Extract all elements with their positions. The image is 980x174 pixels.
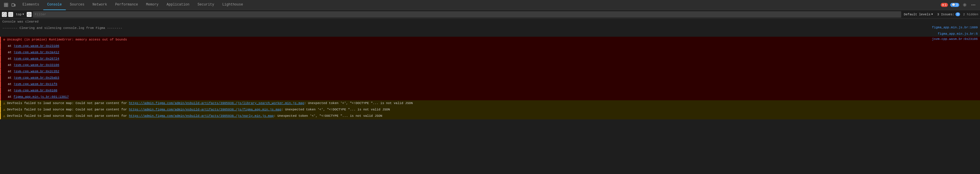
stack-line-9: at figma_app.min.js.br:601:13017 (0, 94, 980, 100)
stack-link-5[interactable]: jsvm-cpp.wasm.br:0x2c352 (14, 70, 59, 73)
svg-point-9 (975, 5, 975, 5)
stack-text-4: at jsvm-cpp.wasm.br:0x33106 (8, 63, 978, 68)
stack-link-8[interactable]: jsvm-cpp.wasm.br:0x6108 (14, 89, 57, 92)
clear-console-icon[interactable] (2, 12, 7, 17)
eye-icon[interactable] (27, 12, 32, 17)
svg-point-12 (29, 14, 30, 15)
svg-point-6 (964, 4, 965, 5)
blank-source[interactable]: figma_app.min.js.br:5 (937, 32, 978, 35)
settings-icon[interactable] (961, 2, 968, 8)
more-options-icon[interactable] (970, 2, 977, 8)
tab-memory[interactable]: Memory (142, 0, 162, 10)
runtime-error-line: ⊗ Uncaught (in promise) RuntimeError: me… (0, 37, 980, 43)
default-levels-dropdown[interactable]: Default levels ▼ (902, 12, 934, 17)
stack-line-8: at jsvm-cpp.wasm.br:0x6108 (0, 88, 980, 94)
figma-clear-line: -------- Clearing and silencing console.… (0, 25, 980, 32)
warning-triangle-icon-1: ⚠ (3, 101, 5, 105)
svg-point-7 (972, 5, 972, 5)
devtools-icons-group (1, 2, 19, 8)
settings-console-icon[interactable] (8, 12, 13, 17)
error-circle-icon: ⊗ (3, 38, 5, 42)
message-badge[interactable]: 💬 3 (950, 3, 959, 7)
chevron-down-icon: ▼ (22, 13, 24, 16)
svg-point-8 (973, 5, 974, 5)
warning-line-3: ⚠ DevTools failed to load source map: Co… (0, 113, 980, 120)
issues-count-badge: 3 (956, 13, 960, 16)
console-cleared-text: Console was cleared (2, 19, 978, 24)
stack-line-3: at jsvm-cpp.wasm.br:0x26724 (0, 56, 980, 62)
warning-line-2: ⚠ DevTools failed to load source map: Co… (0, 107, 980, 113)
stack-line-6: at jsvm-cpp.wasm.br:0x2bab3 (0, 75, 980, 81)
warning-text-3: DevTools failed to load source map: Coul… (7, 113, 978, 118)
devtools-tabs-bar: Elements Console Sources Network Perform… (0, 0, 980, 10)
stack-text-5: at jsvm-cpp.wasm.br:0x2c352 (8, 69, 978, 74)
svg-rect-3 (6, 5, 8, 6)
tab-sources[interactable]: Sources (66, 0, 88, 10)
stack-link-7[interactable]: jsvm-cpp.wasm.br:0x11f6 (14, 82, 57, 86)
svg-rect-4 (12, 3, 14, 6)
tab-security[interactable]: Security (194, 0, 218, 10)
stack-text-1: at jsvm-cpp.wasm.br:0x23106 (8, 44, 978, 49)
warning-triangle-icon-3: ⚠ (3, 114, 5, 118)
context-dropdown[interactable]: top ▼ (14, 12, 25, 17)
figma-clear-source[interactable]: figma_app.min.js.br:1609 (932, 26, 978, 29)
warning-triangle-icon-2: ⚠ (3, 107, 5, 112)
figma-clear-text: -------- Clearing and silencing console.… (2, 26, 930, 30)
console-toolbar: top ▼ Default levels ▼ 3 Issues: 3 2 hid… (0, 10, 980, 19)
stack-link-4[interactable]: jsvm-cpp.wasm.br:0x33106 (14, 63, 59, 67)
stack-link-2[interactable]: jsvm-cpp.wasm.br:0x3a412 (14, 51, 59, 54)
stack-line-7: at jsvm-cpp.wasm.br:0x11f6 (0, 81, 980, 88)
stack-link-6[interactable]: jsvm-cpp.wasm.br:0x2bab3 (14, 76, 59, 80)
filter-input[interactable] (33, 11, 901, 18)
stack-text-9: at figma_app.min.js.br:601:13017 (8, 94, 978, 99)
stack-line-4: at jsvm-cpp.wasm.br:0x33106 (0, 62, 980, 69)
svg-rect-5 (14, 4, 15, 6)
svg-rect-2 (4, 5, 6, 6)
error-icon-small: ⊗ (942, 3, 944, 6)
device-icon[interactable] (10, 2, 17, 8)
stack-link-1[interactable]: jsvm-cpp.wasm.br:0x23106 (14, 44, 59, 48)
stack-line-1: at jsvm-cpp.wasm.br:0x23106 (0, 43, 980, 49)
issues-button[interactable]: 3 Issues: 3 (935, 12, 962, 17)
tab-network[interactable]: Network (88, 0, 111, 10)
stack-text-3: at jsvm-cpp.wasm.br:0x26724 (8, 56, 978, 61)
stack-line-5: at jsvm-cpp.wasm.br:0x2c352 (0, 69, 980, 75)
error-badge[interactable]: ⊗ 1 (941, 3, 948, 7)
stack-text-2: at jsvm-cpp.wasm.br:0x3a412 (8, 50, 978, 55)
tabs-right-actions: ⊗ 1 💬 3 (941, 2, 979, 8)
stack-text-6: at jsvm-cpp.wasm.br:0x2bab3 (8, 75, 978, 80)
warning-link-3[interactable]: https://admin.figma.com/admin/esbuild-ar… (129, 114, 274, 118)
svg-rect-1 (6, 3, 8, 5)
blank-line: figma_app.min.js.br:5 (0, 32, 980, 37)
warning-link-1[interactable]: https://admin.figma.com/admin/esbuild-ar… (129, 101, 304, 105)
tab-performance[interactable]: Performance (111, 0, 142, 10)
stack-text-8: at jsvm-cpp.wasm.br:0x6108 (8, 88, 978, 93)
stack-line-2: at jsvm-cpp.wasm.br:0x3a412 (0, 49, 980, 56)
stack-link-9[interactable]: figma_app.min.js.br:601:13017 (14, 95, 69, 99)
message-icon-small: 💬 (952, 3, 955, 6)
inspect-icon[interactable] (3, 2, 9, 8)
tab-application[interactable]: Application (162, 0, 193, 10)
svg-rect-0 (4, 3, 6, 5)
console-content: Console was cleared -------- Clearing an… (0, 19, 980, 174)
runtime-error-source[interactable]: jsvm-cpp.wasm.br:0x23106 (932, 37, 978, 41)
hidden-count-label: 2 hidden (963, 13, 978, 16)
runtime-error-text: Uncaught (in promise) RuntimeError: memo… (7, 37, 127, 42)
chevron-down-icon: ▼ (931, 13, 933, 16)
tab-console[interactable]: Console (43, 0, 66, 10)
tab-elements[interactable]: Elements (19, 0, 43, 10)
console-cleared-line: Console was cleared (0, 19, 980, 25)
warning-link-2[interactable]: https://admin.figma.com/admin/esbuild-ar… (129, 108, 282, 111)
stack-text-7: at jsvm-cpp.wasm.br:0x11f6 (8, 82, 978, 87)
tab-lighthouse[interactable]: Lighthouse (218, 0, 247, 10)
warning-line-1: ⚠ DevTools failed to load source map: Co… (0, 100, 980, 107)
warning-text-2: DevTools failed to load source map: Coul… (7, 107, 978, 112)
stack-link-3[interactable]: jsvm-cpp.wasm.br:0x26724 (14, 57, 59, 61)
warning-text-1: DevTools failed to load source map: Coul… (7, 101, 978, 106)
